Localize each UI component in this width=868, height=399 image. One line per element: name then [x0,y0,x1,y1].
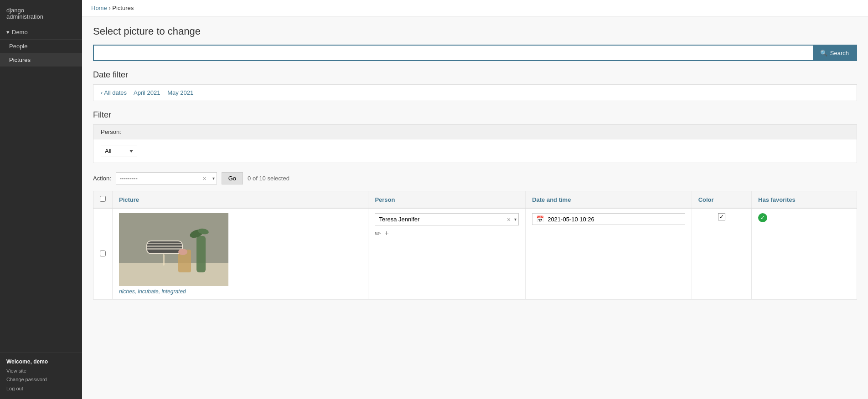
selected-count: 0 of 10 selected [248,175,289,182]
filter-body: All [93,139,857,163]
search-button[interactable]: 🔍 Search [813,46,856,60]
row-checkbox[interactable] [100,251,106,256]
breadcrumb: Home › Pictures [82,0,868,16]
person-add-icon[interactable]: + [384,229,388,238]
svg-rect-8 [147,243,182,244]
breadcrumb-home[interactable]: Home [91,5,107,11]
table-head: Picture Person Date and time Color Has f… [93,191,857,209]
app-name: django [6,7,76,14]
table-header-color[interactable]: Color [692,191,751,209]
table-body: niches, incubate, integrated Teresa Jenn… [93,208,857,300]
nav-group-arrow-icon: ▾ [6,29,10,36]
change-password-link[interactable]: Change password [6,375,76,384]
person-select-wrap: Teresa Jennifer × ▾ [375,213,519,225]
picture-thumbnail[interactable] [119,213,228,286]
content-area: Select picture to change 🔍 Search Date f… [82,16,868,309]
user-panel: Welcome, demo View site Change password … [0,353,82,399]
table-header-picture[interactable]: Picture [113,191,368,209]
row-favorites-cell: ✓ [752,208,857,300]
select-all-checkbox[interactable] [100,196,106,202]
search-button-label: Search [830,50,849,56]
favorites-icon: ✓ [758,213,767,222]
view-site-link[interactable]: View site [6,367,76,376]
svg-rect-10 [147,248,182,250]
welcome-text: Welcome, demo [6,358,76,365]
column-favorites-label: Has favorites [758,196,796,203]
search-bar: 🔍 Search [93,45,857,61]
svg-point-12 [178,249,187,255]
table-header-person[interactable]: Person [368,191,526,209]
table-header-checkbox [93,191,113,209]
sidebar-item-people-label: People [9,43,27,50]
person-clear-icon[interactable]: × [505,216,512,223]
action-bar: Action: --------- × ▾ Go 0 of 10 selecte… [93,172,857,184]
table-header-favorites[interactable]: Has favorites [752,191,857,209]
filter-section: Person: All [93,124,857,163]
person-select[interactable]: Teresa Jennifer [375,214,505,225]
row-person-cell: Teresa Jennifer × ▾ ✏ + [368,208,526,300]
person-edit-icon[interactable]: ✏ [375,229,381,238]
person-actions: ✏ + [375,229,519,238]
data-table: Picture Person Date and time Color Has f… [93,191,857,300]
date-display: 📅 2021-05-10 10:26 [532,213,685,225]
search-input[interactable] [94,46,813,60]
sidebar-item-pictures-label: Pictures [9,56,31,63]
app-subtitle: administration [6,14,76,20]
row-picture-cell: niches, incubate, integrated [113,208,368,300]
search-icon: 🔍 [820,50,827,56]
picture-svg [119,213,228,286]
svg-rect-1 [119,263,228,286]
date-filter-all[interactable]: ‹ All dates [101,89,127,96]
breadcrumb-current: Pictures [112,5,134,11]
person-filter-select[interactable]: All [101,145,137,157]
row-color-cell [692,208,751,300]
table-row: niches, incubate, integrated Teresa Jenn… [93,208,857,300]
color-checkbox[interactable] [718,213,725,220]
column-picture-label: Picture [119,196,139,203]
svg-rect-3 [196,236,206,272]
tags-text: niches, incubate, integrated [119,288,186,295]
date-filter-bar: ‹ All dates April 2021 May 2021 [93,84,857,101]
picture-tags: niches, incubate, integrated [119,288,362,295]
action-select-wrap: --------- × ▾ [116,172,217,184]
table-header-datetime[interactable]: Date and time [526,191,692,209]
sidebar-item-pictures[interactable]: Pictures [0,53,82,66]
nav-group-demo[interactable]: ▾ Demo [0,25,82,39]
date-filter-april[interactable]: April 2021 [134,89,160,96]
action-arrow-icon[interactable]: ▾ [212,176,215,181]
app-logo: django administration [0,0,82,25]
nav-group-label-text: Demo [12,29,28,36]
svg-rect-11 [163,254,165,266]
date-filter-heading: Date filter [93,70,857,80]
action-clear-icon[interactable]: × [203,175,207,182]
main-content: Home › Pictures Select picture to change… [82,0,868,399]
filter-heading: Filter [93,110,857,120]
row-datetime-cell: 📅 2021-05-10 10:26 [526,208,692,300]
column-color-label: Color [698,196,714,203]
svg-rect-9 [147,246,182,247]
page-title: Select picture to change [93,26,857,37]
sidebar: django administration ▾ Demo People Pict… [0,0,82,399]
person-arrow-icon[interactable]: ▾ [512,217,518,222]
filter-person-label: Person: [93,125,857,139]
log-out-link[interactable]: Log out [6,384,76,394]
datetime-value: 2021-05-10 10:26 [548,216,594,223]
sidebar-item-people[interactable]: People [0,39,82,53]
column-person-label: Person [375,196,395,203]
action-select[interactable]: --------- [116,173,217,184]
table-header-row: Picture Person Date and time Color Has f… [93,191,857,209]
row-checkbox-cell [93,208,113,300]
date-filter-may[interactable]: May 2021 [167,89,193,96]
action-label: Action: [93,175,111,182]
column-datetime-label: Date and time [532,196,571,203]
go-button[interactable]: Go [222,172,243,184]
calendar-icon: 📅 [536,215,544,223]
